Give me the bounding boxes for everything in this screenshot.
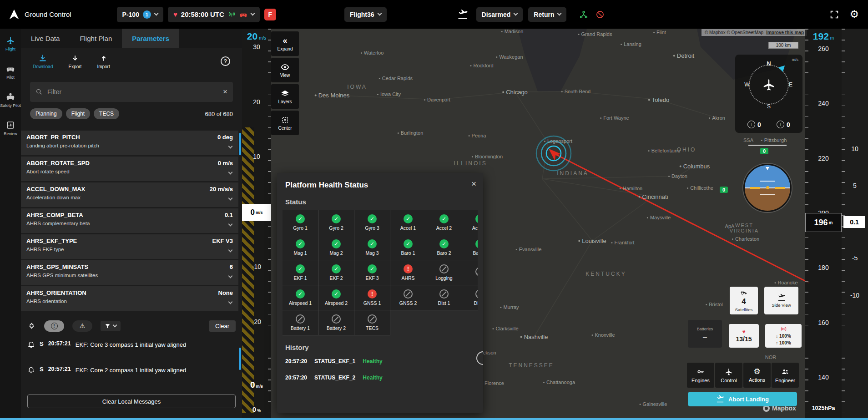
actions-button[interactable]: ⚙ Actions <box>743 363 771 388</box>
link-quality-button[interactable]: ↓ 100% ↑ 100% <box>765 324 802 348</box>
engineer-button[interactable]: Engineer <box>772 363 799 388</box>
chevron-down-icon[interactable] <box>228 170 233 175</box>
export-parameters-button[interactable]: Export <box>68 54 81 69</box>
satellites-button[interactable]: 4 Satellites <box>730 287 758 314</box>
filter-input[interactable] <box>47 88 218 96</box>
filter-chip[interactable]: TECS <box>94 108 119 119</box>
map-label: Dayton <box>668 173 687 179</box>
message-scrollbar[interactable] <box>239 348 241 370</box>
side-view-button[interactable]: Side View <box>764 287 798 314</box>
rail-item-flight[interactable]: Flight <box>0 36 21 51</box>
geofence-disabled-icon[interactable] <box>595 10 605 19</box>
status-tile-label: Baro 2 <box>437 250 451 256</box>
parameter-row[interactable]: ABORT_PR_PITCHLanding abort pre-rotation… <box>21 131 238 155</box>
chevron-down-icon[interactable] <box>228 196 233 201</box>
rail-item-review[interactable]: Review <box>0 121 21 136</box>
clear-local-messages-button[interactable]: Clear Local Messages <box>27 395 236 408</box>
import-parameters-button[interactable]: Import <box>97 54 110 69</box>
settings-gear-icon[interactable]: ⚙ <box>849 8 859 20</box>
map-label: Waukegan <box>496 54 523 60</box>
flight-select-dropdown[interactable]: Flight36 <box>344 7 387 22</box>
check-circle-icon: ✓ <box>296 289 305 299</box>
parameter-row[interactable]: AHRS_EKF_TYPEAHRS EKF typeEKF V3 <box>21 234 238 259</box>
info-severity-toggle[interactable]: ! <box>44 320 64 332</box>
check-circle-icon: ✓ <box>332 214 341 223</box>
sort-messages-button[interactable] <box>27 323 36 329</box>
map-label: Burlington <box>398 130 424 136</box>
fullscreen-button[interactable] <box>829 10 839 20</box>
status-tile: ✓Airspeed 1 <box>283 285 318 310</box>
disabled-circle-icon <box>404 289 413 299</box>
map-label: INDIANA <box>557 170 589 177</box>
chevron-down-icon[interactable] <box>228 300 233 304</box>
compass-readouts: ↑ 0 ↑ 0 <box>740 121 798 128</box>
parameter-value: 0.1 <box>225 212 233 218</box>
parameter-row[interactable]: ACCEL_DOWN_MAXAcceleration down max20 m/… <box>21 182 238 207</box>
control-button[interactable]: Control <box>715 363 742 388</box>
vehicle-select-dropdown[interactable]: P-100 1 <box>117 7 163 22</box>
tab-parameters[interactable]: Parameters <box>122 29 179 48</box>
clear-messages-button[interactable]: Clear <box>209 320 236 332</box>
tab-flight-plan[interactable]: Flight Plan <box>70 29 122 48</box>
message-severity: S <box>40 340 44 347</box>
parameters-toolbar: Download Export Import ? <box>21 48 242 75</box>
parameter-value-wrap: 0 deg <box>217 134 233 152</box>
filter-chip[interactable]: Planning <box>30 108 62 119</box>
history-status: Healthy <box>363 374 382 381</box>
altitude-tape: 260240220200180160140 192 m 196 m 1025hP… <box>805 29 842 420</box>
status-tile-label: Baro 3 <box>473 250 478 256</box>
download-parameters-button[interactable]: Download <box>33 54 53 69</box>
parameter-row[interactable]: ABORT_ROTATE_SPDAbort rotate speed0 m/s <box>21 157 238 181</box>
map-label: TENNESSEE <box>509 362 554 369</box>
parameter-name: AHRS_GPS_MINSATS <box>26 263 98 270</box>
abort-landing-button[interactable]: Abort Landing <box>688 392 797 406</box>
message-row[interactable]: S20:57:21EKF: Core 2 compass 1 initial y… <box>21 363 242 388</box>
vehicle-vitals-dropdown[interactable]: ♥ 20:58:00 UTC <box>168 7 260 22</box>
tab-live-data[interactable]: Live Data <box>21 29 70 48</box>
rail-label: Review <box>4 132 17 136</box>
parameter-row[interactable]: AHRS_COMP_BETAAHRS complementary beta0.1 <box>21 208 238 233</box>
chevron-down-icon[interactable] <box>228 222 233 227</box>
check-circle-icon: ✓ <box>404 239 413 248</box>
engines-button[interactable]: Engines <box>687 363 714 388</box>
map-expand-button[interactable]: « Expand <box>271 31 299 56</box>
vehicle-action-buttons: Engines Control ⚙ Actions Engineer <box>687 363 799 388</box>
rail-item-safety-pilot[interactable]: Safety Pilot <box>0 92 21 108</box>
chevron-down-icon[interactable] <box>228 144 233 149</box>
chevron-down-icon[interactable] <box>228 274 233 278</box>
map-label: ILLINOIS <box>454 160 487 167</box>
map-center-button[interactable]: Center <box>271 111 299 135</box>
close-icon[interactable]: × <box>471 179 476 189</box>
parameter-name: AHRS_ORIENTATION <box>26 289 86 296</box>
arrow-up-circle-icon: ↑ <box>777 121 784 128</box>
airspeed-setpoint: 20 m/s <box>242 31 271 42</box>
flight-mode-dropdown[interactable]: Return <box>528 7 566 22</box>
parameter-row[interactable]: AHRS_ORIENTATIONAHRS orientationNone <box>21 286 238 311</box>
filter-chip[interactable]: Flight <box>66 108 90 119</box>
parameter-scrollbar[interactable] <box>239 133 241 155</box>
arm-state-dropdown[interactable]: Disarmed <box>476 7 523 22</box>
improve-map-link[interactable]: Improve this map <box>766 30 804 35</box>
map-layers-button[interactable]: Layers <box>271 84 299 109</box>
message-row[interactable]: S20:57:21EKF: Core 3 compass 1 initial y… <box>21 337 242 363</box>
status-tile-label: Gyro 1 <box>293 225 308 231</box>
parameter-row[interactable]: AHRS_GPS_MINSATSAHRS GPS minimum satelli… <box>21 260 238 285</box>
parameter-description: Landing abort pre-rotation pitch <box>26 143 99 148</box>
traffic-network-icon[interactable] <box>579 10 588 19</box>
chevron-down-icon[interactable] <box>228 248 233 253</box>
message-time: 20:57:21 <box>48 366 71 372</box>
status-tile-label: Accel 3 <box>472 225 478 231</box>
warning-severity-toggle[interactable]: ⚠ <box>72 320 92 332</box>
parameter-value: 0 deg <box>217 134 233 141</box>
map-view-button[interactable]: View <box>271 58 299 82</box>
modal-title: Platform Health Status <box>277 173 483 194</box>
rail-item-pilot[interactable]: Pilot <box>0 64 21 80</box>
clear-filter-icon[interactable]: × <box>223 87 227 96</box>
batteries-summary[interactable]: Batteries – <box>688 320 722 348</box>
map-label: Hamilton <box>620 186 642 191</box>
parameter-value-wrap: 6 <box>229 263 233 282</box>
message-filter-dropdown[interactable] <box>101 321 121 331</box>
health-score-button[interactable]: ♥ 13/15 <box>729 324 759 348</box>
help-button[interactable]: ? <box>221 56 230 66</box>
failsafe-badge[interactable]: F <box>264 9 276 20</box>
